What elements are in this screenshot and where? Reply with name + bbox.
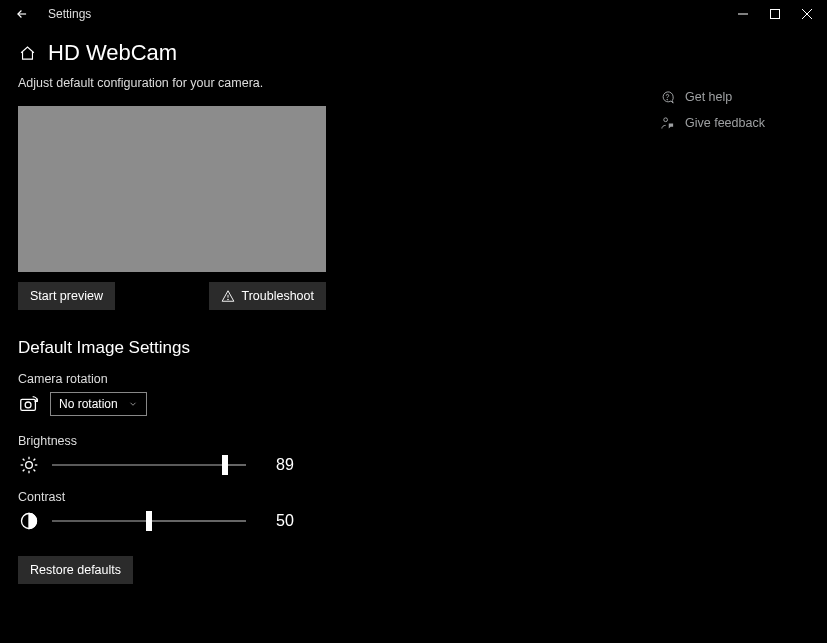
get-help-label: Get help (685, 90, 732, 104)
page-header: HD WebCam (0, 28, 827, 76)
maximize-button[interactable] (759, 0, 791, 28)
get-help-link[interactable]: Get help (659, 84, 809, 110)
page-subtitle: Adjust default configuration for your ca… (18, 76, 619, 90)
section-heading: Default Image Settings (18, 338, 619, 358)
brightness-value: 89 (276, 456, 304, 474)
close-icon (802, 9, 812, 19)
give-feedback-label: Give feedback (685, 116, 765, 130)
start-preview-label: Start preview (30, 289, 103, 303)
svg-point-19 (663, 117, 667, 121)
brightness-slider-fill (52, 464, 225, 466)
restore-defaults-label: Restore defaults (30, 563, 121, 577)
svg-point-8 (26, 462, 33, 469)
maximize-icon (770, 9, 780, 19)
restore-defaults-button[interactable]: Restore defaults (18, 556, 133, 584)
camera-preview (18, 106, 326, 272)
brightness-slider[interactable] (52, 464, 246, 466)
rotation-select[interactable]: No rotation (50, 392, 147, 416)
back-button[interactable] (12, 4, 32, 24)
home-button[interactable] (18, 44, 36, 62)
troubleshoot-label: Troubleshoot (242, 289, 315, 303)
svg-rect-6 (21, 399, 36, 410)
svg-line-13 (23, 459, 25, 461)
contrast-slider[interactable] (52, 520, 246, 522)
start-preview-button[interactable]: Start preview (18, 282, 115, 310)
svg-line-16 (34, 459, 36, 461)
give-feedback-link[interactable]: Give feedback (659, 110, 809, 136)
page-title: HD WebCam (48, 40, 177, 66)
contrast-icon (18, 510, 40, 532)
contrast-value: 50 (276, 512, 304, 530)
svg-point-7 (25, 402, 31, 408)
svg-point-18 (666, 99, 667, 100)
troubleshoot-button[interactable]: Troubleshoot (209, 282, 327, 310)
home-icon (19, 45, 36, 62)
close-button[interactable] (791, 0, 823, 28)
brightness-icon (18, 454, 40, 476)
svg-line-14 (34, 470, 36, 472)
warning-icon (221, 289, 235, 303)
minimize-button[interactable] (727, 0, 759, 28)
camera-rotation-icon (18, 393, 40, 415)
brightness-field-label: Brightness (18, 434, 619, 448)
svg-rect-1 (771, 10, 780, 19)
rotation-field-label: Camera rotation (18, 372, 619, 386)
titlebar: Settings (0, 0, 827, 28)
contrast-slider-thumb[interactable] (146, 511, 152, 531)
chevron-down-icon (128, 399, 138, 409)
feedback-icon (660, 116, 675, 131)
svg-point-5 (227, 299, 228, 300)
brightness-slider-thumb[interactable] (222, 455, 228, 475)
minimize-icon (738, 9, 748, 19)
rotation-select-value: No rotation (59, 397, 118, 411)
contrast-slider-fill (52, 520, 149, 522)
svg-line-15 (23, 470, 25, 472)
help-icon (660, 90, 675, 105)
app-title: Settings (48, 7, 91, 21)
contrast-field-label: Contrast (18, 490, 619, 504)
arrow-left-icon (15, 7, 29, 21)
